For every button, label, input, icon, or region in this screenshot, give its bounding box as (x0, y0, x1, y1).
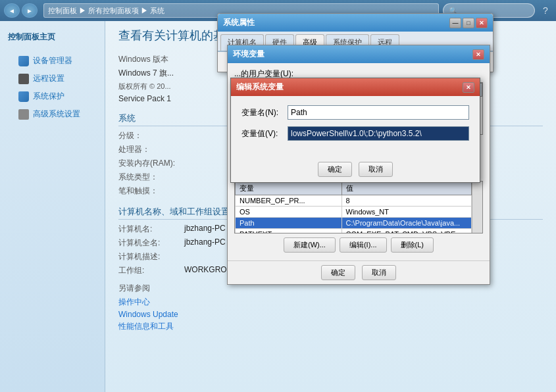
system-vars-table: 变量 值 NUMBER_OF_PR... 8 OS Windows_NT Pat… (235, 182, 472, 233)
shield-icon (18, 56, 29, 66)
editvar-name-row: 变量名(N): (241, 105, 469, 120)
editvar-name-input[interactable] (288, 105, 469, 120)
editvar-cancel-button[interactable]: 取消 (359, 162, 393, 177)
sidebar-item-advanced-settings[interactable]: 高级系统设置 (0, 105, 105, 123)
windows-update-link[interactable]: Windows Update (118, 310, 543, 319)
action-center-link[interactable]: 操作中心 (118, 297, 543, 308)
table-row[interactable]: PATHEXT COM; EXE; BAT; CMD; VBS; VBE... (236, 229, 472, 234)
envvar-titlebar: 环境变量 ✕ (228, 45, 490, 63)
table-row[interactable]: OS Windows_NT (236, 207, 472, 218)
sidebar-item-device-manager[interactable]: 设备管理器 (0, 52, 105, 70)
performance-link[interactable]: 性能信息和工具 (118, 321, 543, 332)
envvar-footer: 确定 取消 (228, 260, 490, 284)
editvar-footer: 确定 取消 (231, 157, 480, 182)
monitor-icon (18, 74, 29, 84)
sidebar-main-link[interactable]: 控制面板主页 (0, 28, 105, 47)
sidebar-item-system-protection[interactable]: 系统保护 (0, 87, 105, 105)
editvar-close-button[interactable]: ✕ (463, 82, 474, 93)
shield-icon-2 (18, 91, 29, 102)
sysprop-titlebar: 系统属性 — □ ✕ (218, 14, 493, 32)
system-new-button[interactable]: 新建(W)... (284, 237, 336, 253)
sysprop-maximize-button[interactable]: □ (463, 18, 474, 28)
system-edit-button[interactable]: 编辑(I)... (340, 237, 387, 253)
editvar-value-row: 变量值(V): (241, 126, 469, 141)
editvar-titlebar: 编辑系统变量 ✕ (231, 78, 480, 96)
table-row[interactable]: NUMBER_OF_PR... 8 (236, 195, 472, 207)
system-vars-tbody: NUMBER_OF_PR... 8 OS Windows_NT Path C:\… (236, 195, 472, 234)
sysprop-minimize-button[interactable]: — (449, 18, 461, 28)
sysprop-titlebar-buttons: — □ ✕ (449, 18, 488, 28)
system-var-buttons: 新建(W)... 编辑(I)... 删除(L) (234, 237, 483, 253)
forward-button[interactable]: ► (22, 3, 38, 18)
editvar-value-input[interactable] (288, 126, 469, 141)
editvar-dialog: 编辑系统变量 ✕ 变量名(N): 变量值(V): 确定 取消 (230, 78, 480, 183)
envvar-ok-button[interactable]: 确定 (321, 265, 355, 280)
help-button[interactable]: ? (539, 4, 552, 17)
envvar-close-button[interactable]: ✕ (472, 49, 484, 60)
envvar-cancel-button[interactable]: 取消 (362, 265, 396, 280)
see-also-section: 另请参阅 操作中心 Windows Update 性能信息和工具 (118, 283, 543, 332)
sidebar-item-remote-settings[interactable]: 远程设置 (0, 70, 105, 87)
system-vars-table-wrap: 变量 值 NUMBER_OF_PR... 8 OS Windows_NT Pat… (234, 181, 483, 233)
editvar-ok-button[interactable]: 确定 (318, 162, 352, 177)
editvar-body: 变量名(N): 变量值(V): (231, 96, 480, 157)
sysprop-close-button[interactable]: ✕ (476, 18, 488, 28)
table-row-selected[interactable]: Path C:\ProgramData\Oracle\Java\java... (236, 218, 472, 229)
wrench-icon (18, 109, 29, 120)
system-delete-button[interactable]: 删除(L) (391, 237, 434, 253)
back-button[interactable]: ◄ (4, 3, 20, 18)
sidebar: 控制面板主页 设备管理器 远程设置 系统保护 高级系统设置 (0, 21, 105, 392)
table-scrollbar[interactable] (472, 182, 482, 233)
